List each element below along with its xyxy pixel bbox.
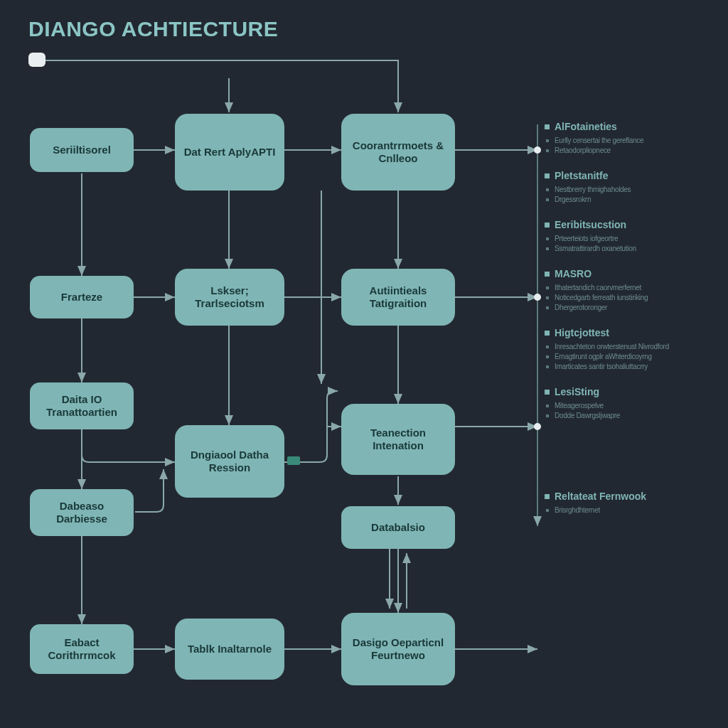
legend-title: Higtcjottest — [545, 327, 708, 338]
diagram-title: DIANGO ACHTIECTURE — [28, 17, 278, 41]
legend-group: Reltateat Fernwook Brisrghdhternet — [545, 491, 708, 514]
node-autiintieals: Autiintieals Tatigraition — [341, 269, 455, 326]
legend-item: Dhergerotoronger — [545, 304, 708, 311]
legend-item: Miteagerospelve — [545, 402, 708, 410]
title-underline — [46, 60, 398, 61]
chip-icon — [287, 456, 300, 465]
legend-item: Emagtirunt ogplr aWhterdicoyrng — [545, 353, 708, 360]
legend-item: Imarticates santir tsohaliuttacrry — [545, 363, 708, 370]
node-teanection: Teanection Intenation — [341, 404, 455, 475]
legend-title: AlFotaineties — [545, 121, 708, 132]
legend-item: Ssmatrattirardh oxanetution — [545, 245, 708, 252]
legend-group: LesiSting Miteagerospelve Dodde Dawrgslj… — [545, 386, 708, 419]
node-tablk: Tablk Inaltarnole — [175, 619, 284, 680]
legend-group: MASRO Ithatertandich caorvmerfernet Noti… — [545, 268, 708, 311]
node-data-io: Daita IO Tranattoartien — [30, 382, 134, 429]
legend-item: Ithatertandich caorvmerfernet — [545, 284, 708, 291]
legend-group: Pletstanitfe Nestbrerry thmighaholdes Dr… — [545, 170, 708, 203]
node-dat-rert: Dat Rert AplyAPTI — [175, 114, 284, 191]
svg-point-24 — [534, 146, 541, 154]
legend-item: Brisrghdhternet — [545, 506, 708, 514]
node-dasigo: Dasigo Oeparticnl Feurtnewo — [341, 613, 455, 685]
legend-title: Pletstanitfe — [545, 170, 708, 181]
legend-title: LesiSting — [545, 386, 708, 397]
legend-item: Nestbrerry thmighaholdes — [545, 186, 708, 193]
legend-panel: AlFotaineties Eurlly censertai the geref… — [545, 121, 708, 530]
legend-item: Dodde Dawrgsljwapre — [545, 412, 708, 419]
legend-item: Prteerteiots iofgeortre — [545, 235, 708, 242]
legend-group: Higtcjottest Inresachteton orwterstenust… — [545, 327, 708, 370]
legend-title: MASRO — [545, 268, 708, 279]
legend-item: Eurlly censertai the gereflance — [545, 136, 708, 144]
node-databelsio: Databalsio — [341, 506, 455, 549]
legend-title: Eeribitsucstion — [545, 219, 708, 230]
node-prateze: Frarteze — [30, 276, 134, 318]
legend-group: AlFotaineties Eurlly censertai the geref… — [545, 121, 708, 154]
title-marker — [28, 53, 46, 67]
node-dngaool: Dngiaool Datha Ression — [175, 425, 284, 498]
node-eabact: Eabact Corithrrmcok — [30, 624, 134, 674]
legend-group: Eeribitsucstion Prteerteiots iofgeortre … — [545, 219, 708, 252]
node-seriltisorel: Seriiltisorel — [30, 128, 134, 172]
node-coorantrmets: Coorantrrmoets & Cnlleoo — [341, 114, 455, 191]
legend-item: Retaodorpliopnece — [545, 146, 708, 154]
node-lskser: Lskser; Trarlseciotsm — [175, 269, 284, 326]
legend-item: Noticedgarb ferreath iunstiriking — [545, 294, 708, 301]
svg-point-26 — [534, 423, 541, 430]
legend-title: Reltateat Fernwook — [545, 491, 708, 502]
legend-item: Inresachteton orwterstenust Nivrodford — [545, 343, 708, 350]
node-dabease: Dabeaso Darbiesse — [30, 489, 134, 536]
legend-item: Drgessrokrn — [545, 196, 708, 203]
svg-point-25 — [534, 294, 541, 301]
